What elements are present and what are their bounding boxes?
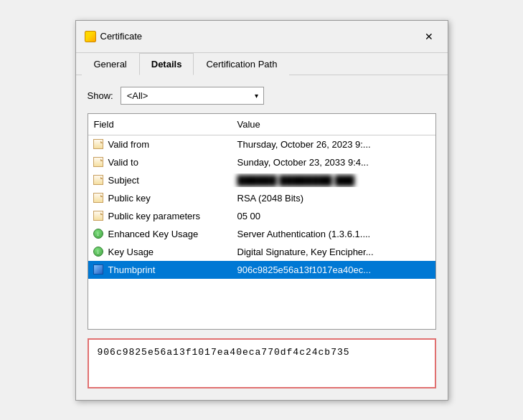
doc-icon (91, 156, 105, 168)
row-value-subject: ██████ ████████ ███ (232, 173, 435, 187)
doc-icon (91, 192, 105, 204)
show-label: Show: (88, 90, 113, 101)
row-field-subject: Subject (105, 173, 232, 187)
table-row[interactable]: Subject ██████ ████████ ███ (88, 171, 435, 189)
detail-value-text: 906c9825e56a13f1017ea40eca770df4c24cb735 (98, 347, 350, 358)
row-field-public-key: Public key (105, 191, 232, 205)
doc-icon (91, 138, 105, 150)
doc-icon (91, 210, 105, 221)
table-header: Field Value (88, 114, 435, 135)
row-value-public-key-params: 05 00 (232, 209, 435, 223)
window-title: Certificate (100, 31, 143, 42)
green-circle-icon (91, 228, 105, 239)
detail-value-box: 906c9825e56a13f1017ea40eca770df4c24cb735 (88, 338, 436, 388)
title-bar-left: Certificate (85, 31, 143, 42)
table-row-thumbprint[interactable]: Thumbprint 906c9825e56a13f1017ea40ec... (88, 261, 435, 279)
details-table: Field Value Valid from Thursday, October… (88, 113, 436, 330)
green-circle-icon (91, 246, 105, 257)
row-field-public-key-params: Public key parameters (105, 209, 232, 223)
row-field-enhanced-key-usage: Enhanced Key Usage (105, 227, 232, 241)
show-select[interactable]: <All> Version 1 Fields Only Extensions O… (121, 87, 264, 105)
show-row: Show: <All> Version 1 Fields Only Extens… (88, 87, 436, 105)
title-bar: Certificate ✕ (76, 21, 448, 53)
row-field-thumbprint: Thumbprint (105, 263, 232, 277)
row-value-public-key: RSA (2048 Bits) (232, 191, 435, 205)
tab-content: Show: <All> Version 1 Fields Only Extens… (76, 75, 448, 400)
row-value-valid-to: Sunday, October 23, 2033 9:4... (232, 156, 435, 169)
row-field-valid-to: Valid to (105, 156, 232, 169)
tab-general[interactable]: General (82, 53, 139, 75)
table-row[interactable]: Valid to Sunday, October 23, 2033 9:4... (88, 153, 435, 171)
row-value-valid-from: Thursday, October 26, 2023 9:... (232, 138, 435, 151)
table-body[interactable]: Valid from Thursday, October 26, 2023 9:… (88, 135, 435, 329)
show-select-wrapper: <All> Version 1 Fields Only Extensions O… (121, 87, 264, 105)
table-row[interactable]: Key Usage Digital Signature, Key Enciphe… (88, 243, 435, 261)
certificate-window: Certificate ✕ General Details Certificat… (75, 20, 448, 401)
row-field-key-usage: Key Usage (105, 245, 232, 259)
table-row[interactable]: Public key parameters 05 00 (88, 207, 435, 225)
tab-bar: General Details Certification Path (76, 53, 448, 75)
row-field-valid-from: Valid from (105, 138, 232, 151)
col-field-header: Field (88, 117, 232, 132)
row-value-key-usage: Digital Signature, Key Encipher... (232, 245, 435, 259)
table-row[interactable]: Enhanced Key Usage Server Authentication… (88, 225, 435, 243)
table-row[interactable]: Public key RSA (2048 Bits) (88, 189, 435, 207)
row-value-thumbprint: 906c9825e56a13f1017ea40ec... (232, 263, 435, 277)
table-row[interactable]: Valid from Thursday, October 26, 2023 9:… (88, 135, 435, 153)
col-value-header: Value (232, 117, 435, 132)
row-value-enhanced-key-usage: Server Authentication (1.3.6.1.... (232, 227, 435, 241)
close-button[interactable]: ✕ (419, 27, 439, 47)
tab-certification-path[interactable]: Certification Path (194, 53, 289, 75)
doc-icon (91, 174, 105, 186)
certificate-icon (85, 31, 96, 42)
blue-square-icon (91, 264, 105, 275)
tab-details[interactable]: Details (139, 53, 194, 75)
